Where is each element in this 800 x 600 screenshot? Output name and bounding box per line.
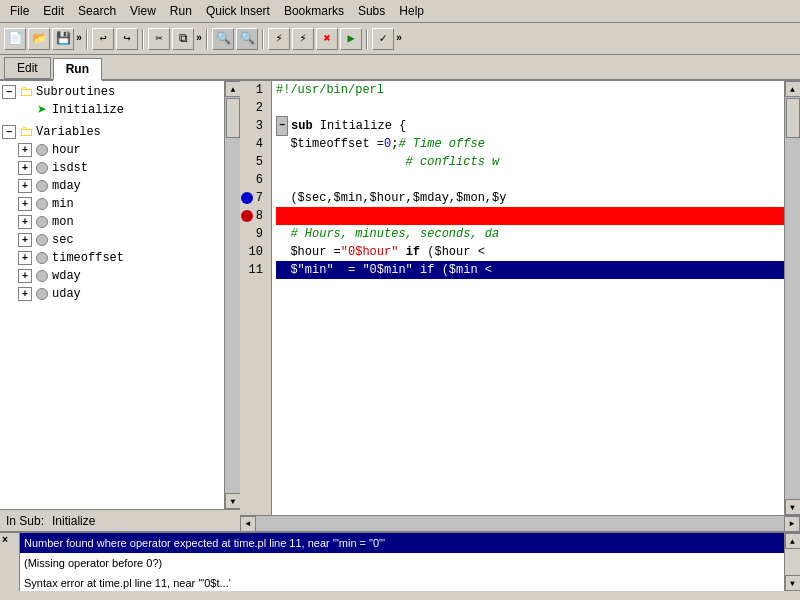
line3-text: Initialize { [313, 117, 407, 135]
sub-status-bar: In Sub: Initialize [0, 509, 240, 531]
sidebar-tree: − 🗀 Subroutines ➤ Initialize − [0, 81, 224, 509]
line-num-1: 1 [240, 81, 267, 99]
run3-button[interactable]: ✖ [316, 28, 338, 50]
sidebar-scroll-down[interactable]: ▼ [225, 493, 240, 509]
var-hour-expand[interactable]: + [18, 143, 32, 157]
output-close-btn[interactable]: × [0, 533, 20, 591]
editor-area: 1 2 3 4 5 6 7 8 9 10 11 [240, 81, 800, 531]
var-min[interactable]: + min [0, 195, 224, 213]
editor-scroll-track [785, 97, 801, 499]
findnext-button[interactable]: 🔍 [236, 28, 258, 50]
menu-search[interactable]: Search [72, 2, 122, 20]
menu-file[interactable]: File [4, 2, 35, 20]
line-num-8: 8 [240, 207, 267, 225]
output-scrollbar: ▲ ▼ [784, 533, 800, 591]
sidebar-scroll-thumb[interactable] [226, 98, 240, 138]
run1-button[interactable]: ⚡ [268, 28, 290, 50]
line7-text: ($sec,$min,$hour,$mday,$mon,$y [276, 189, 506, 207]
code-content[interactable]: #!/usr/bin/perl − sub Initialize { $time… [272, 81, 784, 515]
run4-button[interactable]: ▶ [340, 28, 362, 50]
var-uday-icon [34, 286, 50, 302]
save-button[interactable]: 💾 [52, 28, 74, 50]
hscroll-track [256, 516, 784, 532]
hscroll-right[interactable]: ► [784, 516, 800, 532]
open-button[interactable]: 📂 [28, 28, 50, 50]
menu-view[interactable]: View [124, 2, 162, 20]
line10-text3: ($hour < [420, 243, 485, 261]
code-line-8 [276, 207, 784, 225]
var-mday-expand[interactable]: + [18, 179, 32, 193]
code-line-1: #!/usr/bin/perl [276, 81, 784, 99]
variables-expand[interactable]: − [2, 125, 16, 139]
var-isdst-expand[interactable]: + [18, 161, 32, 175]
cut-button[interactable]: ✂ [148, 28, 170, 50]
close-icon[interactable]: × [2, 535, 8, 546]
initialize-label: Initialize [52, 103, 124, 117]
subroutines-expand[interactable]: − [2, 85, 16, 99]
copy-button[interactable]: ⧉ [172, 28, 194, 50]
line11-text: $"min" = "0$min" if ($min < [276, 261, 492, 279]
var-sec[interactable]: + sec [0, 231, 224, 249]
var-uday[interactable]: + uday [0, 285, 224, 303]
sidebar: − 🗀 Subroutines ➤ Initialize − [0, 81, 240, 531]
var-hour[interactable]: + hour [0, 141, 224, 159]
var-hour-label: hour [52, 143, 81, 157]
editor-scroll-down[interactable]: ▼ [785, 499, 801, 515]
line-num-11: 11 [240, 261, 267, 279]
subroutines-header[interactable]: − 🗀 Subroutines [0, 83, 224, 101]
var-mon[interactable]: + mon [0, 213, 224, 231]
var-sec-expand[interactable]: + [18, 233, 32, 247]
line4-spaces [276, 135, 290, 153]
sub-keyword: sub [291, 117, 313, 135]
line10-text2 [398, 243, 405, 261]
var-timeoffset[interactable]: + timeoffset [0, 249, 224, 267]
initialize-item[interactable]: ➤ Initialize [0, 101, 224, 119]
line1-text: #!/usr/bin/perl [276, 81, 384, 99]
menu-edit[interactable]: Edit [37, 2, 70, 20]
var-mday[interactable]: + mday [0, 177, 224, 195]
minus-box[interactable]: − [276, 116, 288, 136]
menu-subs[interactable]: Subs [352, 2, 391, 20]
in-sub-label: In Sub: [6, 514, 44, 528]
var-mon-expand[interactable]: + [18, 215, 32, 229]
var-uday-expand[interactable]: + [18, 287, 32, 301]
tab-run[interactable]: Run [53, 58, 102, 81]
var-wday-expand[interactable]: + [18, 269, 32, 283]
editor-scroll-up[interactable]: ▲ [785, 81, 801, 97]
line4-var: $timeoffset = [290, 135, 384, 153]
variables-header[interactable]: − 🗀 Variables [0, 123, 224, 141]
output-line-2: (Missing operator before 0?) [20, 553, 784, 573]
toolbar: 📄 📂 💾 » ↩ ↪ ✂ ⧉ » 🔍 🔍 ⚡ ⚡ ✖ ▶ ✓ » [0, 23, 800, 55]
undo-button[interactable]: ↩ [92, 28, 114, 50]
line5-comment: # conflicts w [276, 153, 499, 171]
run2-button[interactable]: ⚡ [292, 28, 314, 50]
menu-bookmarks[interactable]: Bookmarks [278, 2, 350, 20]
var-min-expand[interactable]: + [18, 197, 32, 211]
var-timeoffset-expand[interactable]: + [18, 251, 32, 265]
var-wday[interactable]: + wday [0, 267, 224, 285]
toolbar-more-3[interactable]: » [396, 33, 402, 44]
menu-run[interactable]: Run [164, 2, 198, 20]
var-isdst[interactable]: + isdst [0, 159, 224, 177]
line10-text1: $hour = [276, 243, 341, 261]
menu-help[interactable]: Help [393, 2, 430, 20]
line-num-9: 9 [240, 225, 267, 243]
output-scroll-down[interactable]: ▼ [785, 575, 801, 591]
toolbar-more-2[interactable]: » [196, 33, 202, 44]
line4-comment: # Time offse [398, 135, 484, 153]
output-scroll-up[interactable]: ▲ [785, 533, 801, 549]
toolbar-more-1[interactable]: » [76, 33, 82, 44]
sidebar-scroll-up[interactable]: ▲ [225, 81, 240, 97]
find-button[interactable]: 🔍 [212, 28, 234, 50]
menu-quickinsert[interactable]: Quick Insert [200, 2, 276, 20]
line9-comment: # Hours, minutes, seconds, da [276, 225, 499, 243]
hscroll-left[interactable]: ◄ [240, 516, 256, 532]
new-button[interactable]: 📄 [4, 28, 26, 50]
code-line-2 [276, 99, 784, 117]
redo-button[interactable]: ↪ [116, 28, 138, 50]
editor-scroll-thumb[interactable] [786, 98, 800, 138]
var-mday-label: mday [52, 179, 81, 193]
tab-edit[interactable]: Edit [4, 57, 51, 79]
var-hour-icon [34, 142, 50, 158]
check-button[interactable]: ✓ [372, 28, 394, 50]
